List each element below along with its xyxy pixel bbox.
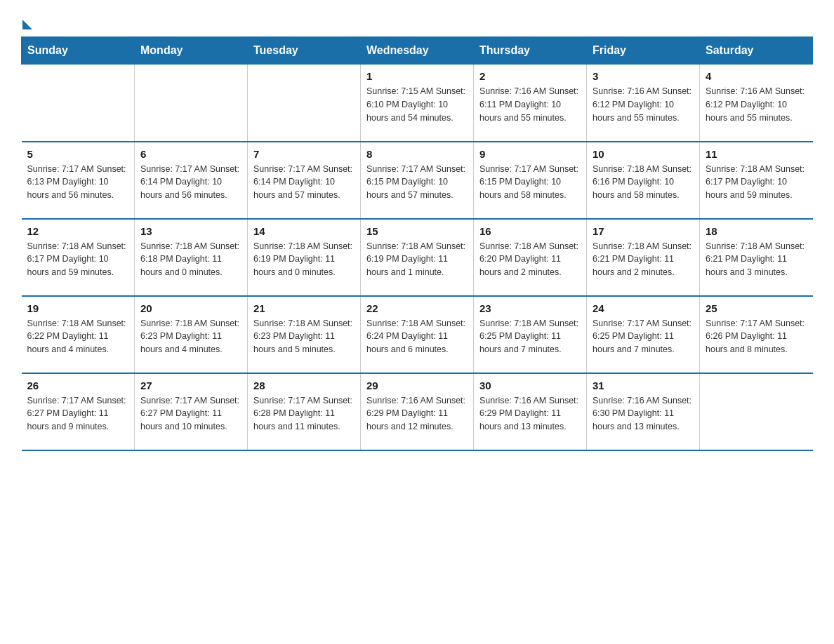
calendar-cell: 27Sunrise: 7:17 AM Sunset: 6:27 PM Dayli…	[135, 373, 248, 450]
day-of-week-header: Wednesday	[361, 37, 474, 65]
day-info: Sunrise: 7:17 AM Sunset: 6:14 PM Dayligh…	[140, 163, 241, 202]
day-number: 2	[479, 70, 581, 82]
calendar-cell: 3Sunrise: 7:16 AM Sunset: 6:12 PM Daylig…	[587, 65, 700, 142]
calendar-week-row: 5Sunrise: 7:17 AM Sunset: 6:13 PM Daylig…	[22, 142, 813, 219]
day-info: Sunrise: 7:18 AM Sunset: 6:21 PM Dayligh…	[706, 240, 807, 279]
day-number: 8	[366, 148, 468, 160]
calendar-cell	[135, 65, 248, 142]
day-of-week-header: Thursday	[474, 37, 587, 65]
day-info: Sunrise: 7:18 AM Sunset: 6:18 PM Dayligh…	[140, 240, 241, 279]
day-number: 9	[479, 148, 581, 160]
day-info: Sunrise: 7:18 AM Sunset: 6:24 PM Dayligh…	[366, 317, 468, 356]
calendar-cell: 21Sunrise: 7:18 AM Sunset: 6:23 PM Dayli…	[248, 296, 361, 373]
day-info: Sunrise: 7:18 AM Sunset: 6:23 PM Dayligh…	[140, 317, 241, 356]
calendar-cell: 5Sunrise: 7:17 AM Sunset: 6:13 PM Daylig…	[22, 142, 135, 219]
calendar-cell: 14Sunrise: 7:18 AM Sunset: 6:19 PM Dayli…	[248, 219, 361, 296]
calendar-week-row: 19Sunrise: 7:18 AM Sunset: 6:22 PM Dayli…	[22, 296, 813, 373]
day-number: 22	[366, 302, 468, 314]
day-number: 23	[479, 302, 581, 314]
day-number: 1	[366, 70, 468, 82]
calendar-cell: 24Sunrise: 7:17 AM Sunset: 6:25 PM Dayli…	[587, 296, 700, 373]
calendar-cell: 23Sunrise: 7:18 AM Sunset: 6:25 PM Dayli…	[474, 296, 587, 373]
day-number: 6	[140, 148, 241, 160]
day-number: 27	[140, 380, 241, 391]
day-info: Sunrise: 7:17 AM Sunset: 6:27 PM Dayligh…	[140, 394, 241, 434]
calendar-cell	[22, 65, 135, 142]
calendar-cell: 28Sunrise: 7:17 AM Sunset: 6:28 PM Dayli…	[248, 373, 361, 450]
calendar-cell: 30Sunrise: 7:16 AM Sunset: 6:29 PM Dayli…	[474, 373, 587, 450]
calendar-cell: 8Sunrise: 7:17 AM Sunset: 6:15 PM Daylig…	[361, 142, 474, 219]
calendar-cell: 19Sunrise: 7:18 AM Sunset: 6:22 PM Dayli…	[22, 296, 135, 373]
day-number: 28	[253, 380, 355, 391]
day-of-week-header: Saturday	[700, 37, 813, 65]
day-number: 4	[706, 70, 807, 82]
calendar-cell	[700, 373, 813, 450]
day-number: 25	[706, 302, 807, 314]
day-info: Sunrise: 7:17 AM Sunset: 6:15 PM Dayligh…	[479, 163, 581, 202]
day-number: 11	[706, 148, 807, 160]
calendar-cell: 7Sunrise: 7:17 AM Sunset: 6:14 PM Daylig…	[248, 142, 361, 219]
day-info: Sunrise: 7:16 AM Sunset: 6:12 PM Dayligh…	[593, 85, 694, 124]
day-number: 15	[366, 225, 468, 237]
day-info: Sunrise: 7:18 AM Sunset: 6:19 PM Dayligh…	[253, 240, 355, 279]
calendar-table: SundayMondayTuesdayWednesdayThursdayFrid…	[21, 36, 813, 451]
calendar-week-row: 12Sunrise: 7:18 AM Sunset: 6:17 PM Dayli…	[22, 219, 813, 296]
day-number: 19	[27, 302, 129, 314]
calendar-cell: 15Sunrise: 7:18 AM Sunset: 6:19 PM Dayli…	[361, 219, 474, 296]
day-number: 21	[253, 302, 355, 314]
calendar-cell: 6Sunrise: 7:17 AM Sunset: 6:14 PM Daylig…	[135, 142, 248, 219]
day-info: Sunrise: 7:17 AM Sunset: 6:27 PM Dayligh…	[27, 394, 129, 434]
day-of-week-header: Friday	[587, 37, 700, 65]
day-of-week-header: Sunday	[22, 37, 135, 65]
calendar-cell: 9Sunrise: 7:17 AM Sunset: 6:15 PM Daylig…	[474, 142, 587, 219]
calendar-cell: 12Sunrise: 7:18 AM Sunset: 6:17 PM Dayli…	[22, 219, 135, 296]
calendar-cell: 11Sunrise: 7:18 AM Sunset: 6:17 PM Dayli…	[700, 142, 813, 219]
day-number: 12	[27, 225, 129, 237]
day-info: Sunrise: 7:18 AM Sunset: 6:23 PM Dayligh…	[253, 317, 355, 356]
logo-triangle-icon	[22, 20, 32, 29]
calendar-week-row: 26Sunrise: 7:17 AM Sunset: 6:27 PM Dayli…	[22, 373, 813, 450]
day-number: 17	[593, 225, 694, 237]
calendar-cell: 29Sunrise: 7:16 AM Sunset: 6:29 PM Dayli…	[361, 373, 474, 450]
day-number: 7	[253, 148, 355, 160]
day-info: Sunrise: 7:18 AM Sunset: 6:19 PM Dayligh…	[366, 240, 468, 279]
calendar-cell: 22Sunrise: 7:18 AM Sunset: 6:24 PM Dayli…	[361, 296, 474, 373]
day-number: 31	[593, 380, 694, 391]
calendar-cell: 18Sunrise: 7:18 AM Sunset: 6:21 PM Dayli…	[700, 219, 813, 296]
day-info: Sunrise: 7:16 AM Sunset: 6:12 PM Dayligh…	[706, 85, 807, 124]
day-info: Sunrise: 7:18 AM Sunset: 6:22 PM Dayligh…	[27, 317, 129, 356]
day-number: 3	[593, 70, 694, 82]
day-info: Sunrise: 7:15 AM Sunset: 6:10 PM Dayligh…	[366, 85, 468, 124]
day-number: 30	[479, 380, 581, 391]
calendar-cell: 16Sunrise: 7:18 AM Sunset: 6:20 PM Dayli…	[474, 219, 587, 296]
day-info: Sunrise: 7:17 AM Sunset: 6:26 PM Dayligh…	[706, 317, 807, 356]
day-info: Sunrise: 7:18 AM Sunset: 6:21 PM Dayligh…	[593, 240, 694, 279]
calendar-week-row: 1Sunrise: 7:15 AM Sunset: 6:10 PM Daylig…	[22, 65, 813, 142]
day-info: Sunrise: 7:16 AM Sunset: 6:29 PM Dayligh…	[479, 394, 581, 434]
calendar-cell: 17Sunrise: 7:18 AM Sunset: 6:21 PM Dayli…	[587, 219, 700, 296]
day-number: 14	[253, 225, 355, 237]
calendar-cell: 20Sunrise: 7:18 AM Sunset: 6:23 PM Dayli…	[135, 296, 248, 373]
day-info: Sunrise: 7:17 AM Sunset: 6:25 PM Dayligh…	[593, 317, 694, 356]
day-info: Sunrise: 7:18 AM Sunset: 6:17 PM Dayligh…	[706, 163, 807, 202]
calendar-cell: 13Sunrise: 7:18 AM Sunset: 6:18 PM Dayli…	[135, 219, 248, 296]
day-number: 16	[479, 225, 581, 237]
day-number: 26	[27, 380, 129, 391]
day-of-week-header: Tuesday	[248, 37, 361, 65]
day-number: 13	[140, 225, 241, 237]
calendar-cell: 2Sunrise: 7:16 AM Sunset: 6:11 PM Daylig…	[474, 65, 587, 142]
calendar-cell	[248, 65, 361, 142]
day-number: 24	[593, 302, 694, 314]
day-number: 5	[27, 148, 129, 160]
calendar-body: 1Sunrise: 7:15 AM Sunset: 6:10 PM Daylig…	[22, 65, 813, 450]
page-header	[21, 14, 813, 29]
day-number: 18	[706, 225, 807, 237]
calendar-cell: 31Sunrise: 7:16 AM Sunset: 6:30 PM Dayli…	[587, 373, 700, 450]
day-info: Sunrise: 7:17 AM Sunset: 6:14 PM Dayligh…	[253, 163, 355, 202]
day-info: Sunrise: 7:16 AM Sunset: 6:29 PM Dayligh…	[366, 394, 468, 434]
day-of-week-header: Monday	[135, 37, 248, 65]
day-info: Sunrise: 7:17 AM Sunset: 6:13 PM Dayligh…	[27, 163, 129, 202]
day-info: Sunrise: 7:17 AM Sunset: 6:28 PM Dayligh…	[253, 394, 355, 434]
day-info: Sunrise: 7:18 AM Sunset: 6:16 PM Dayligh…	[593, 163, 694, 202]
day-number: 29	[366, 380, 468, 391]
